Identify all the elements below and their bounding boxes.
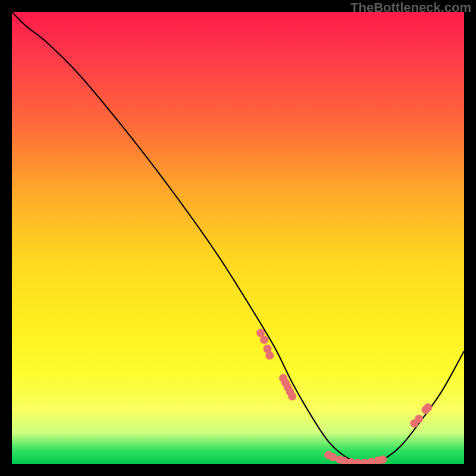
data-point <box>378 455 387 464</box>
data-point <box>260 336 268 344</box>
data-point <box>415 415 423 423</box>
data-point <box>424 403 432 412</box>
chart-svg <box>12 12 464 464</box>
watermark-text: TheBottleneck.com <box>350 0 471 15</box>
data-point <box>288 392 296 400</box>
chart-plot-area <box>12 12 464 464</box>
data-points-group <box>256 329 432 464</box>
data-point <box>265 352 274 360</box>
curve-line <box>12 12 464 464</box>
